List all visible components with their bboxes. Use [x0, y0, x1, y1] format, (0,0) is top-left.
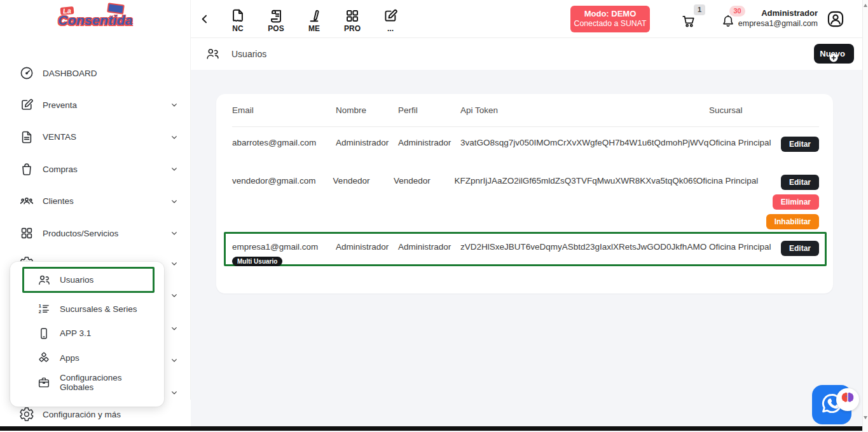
cell-perfil: Administrador: [398, 136, 460, 150]
cell-perfil: Administrador: [398, 240, 460, 254]
column-header-perfil: Perfil: [398, 105, 460, 115]
topnav-label: NC: [232, 24, 243, 33]
scroll-up-arrow[interactable]: [864, 4, 867, 7]
sidebar-item-preventa[interactable]: Preventa: [0, 89, 191, 121]
cell-nombre: Vendedor: [333, 174, 394, 188]
table-header-row: EmailNombrePerfilApi TokenSucursal: [232, 94, 819, 127]
horizontal-scrollbar[interactable]: [0, 426, 862, 431]
page-title: Usuarios: [231, 38, 266, 70]
sidebar-item-clientes[interactable]: Clientes: [0, 186, 191, 217]
briefcase-icon: [37, 375, 51, 389]
user-info[interactable]: Administrador empresa1@gmail.com: [738, 8, 818, 29]
sidebar-item-label: Configuración y más: [43, 410, 121, 419]
mode-badge-line2: Conectado a SUNAT: [570, 19, 650, 28]
table-row: vendedor@gmail.comVendedorVendedorKFZpnr…: [232, 165, 819, 229]
row-actions: Editar: [781, 240, 819, 256]
svg-text:2: 2: [39, 309, 41, 315]
cell-sucursal: Oficina Principal: [709, 240, 781, 254]
topnav: NCPOSMEPRO...: [219, 3, 410, 33]
demo-mode-badge[interactable]: Modo: DEMO Conectado a SUNAT: [570, 6, 650, 32]
editar-button[interactable]: Editar: [781, 137, 819, 152]
topnav-label: ME: [308, 24, 320, 33]
nuevo-button[interactable]: Nuevo: [814, 44, 854, 64]
topnav-pro[interactable]: PRO: [333, 3, 371, 33]
cell-token: 3vatGO8sqg7jv050IMOmCrXvXWgfeQH7b4W1u6tQ…: [460, 136, 709, 150]
edit-icon: [382, 8, 399, 24]
collapse-sidebar-button[interactable]: [198, 12, 211, 26]
users-table-card: EmailNombrePerfilApi TokenSucursal abarr…: [216, 94, 833, 294]
submenu-item-sucursales-series[interactable]: 12Sucursales & Series: [10, 297, 164, 321]
app-root: La Consentida DASHBOARDPreventaVENTASCom…: [0, 0, 868, 432]
table-row: abarrotes@gmail.comAdministradorAdminist…: [232, 127, 819, 165]
sidebar-item-label: Preventa: [43, 100, 169, 110]
cell-perfil: Vendedor: [394, 174, 454, 188]
sidebar-item-label: DASHBOARD: [43, 69, 179, 78]
sidebar-item-ventas[interactable]: VENTAS: [0, 121, 191, 153]
submenu-item-label: Sucursales & Series: [60, 304, 137, 314]
submenu-item-apps[interactable]: Apps: [10, 346, 164, 370]
email-value: empresa1@gmail.com: [232, 240, 331, 254]
cell-nombre: Administrador: [336, 136, 398, 150]
dashboard-icon: [19, 65, 34, 81]
sidebar-item-dashboard[interactable]: DASHBOARD: [0, 57, 191, 89]
submenu-popup: Usuarios12Sucursales & SeriesAPP 3.1Apps…: [10, 262, 164, 407]
sidebar-item-label: Clientes: [43, 196, 169, 206]
scroll-down-arrow[interactable]: [864, 416, 867, 419]
chevron-down-icon: [169, 388, 179, 398]
cell-nombre: Administrador: [336, 240, 398, 254]
cart-icon[interactable]: [680, 13, 697, 29]
users-icon: [205, 46, 220, 62]
topnav-me[interactable]: ME: [295, 3, 333, 33]
submenu-item-app-3-1[interactable]: APP 3.1: [10, 321, 164, 346]
submenu-item-configuraciones-globales[interactable]: Configuraciones Globales: [10, 370, 164, 395]
people-icon: [19, 194, 34, 209]
chevron-down-icon: [169, 228, 179, 238]
cell-sucursal: Oficina Principal: [709, 136, 781, 150]
vertical-scrollbar[interactable]: [862, 0, 868, 432]
avatar-icon[interactable]: [825, 9, 846, 29]
page-header: Usuarios Nuevo: [191, 38, 862, 70]
table-row: empresa1@gmail.comMulti UsuarioAdministr…: [224, 232, 827, 266]
cell-email: empresa1@gmail.comMulti Usuario: [232, 240, 336, 267]
submenu-item-usuarios[interactable]: Usuarios: [22, 267, 155, 293]
mode-badge-line1: Modo: DEMO: [570, 9, 650, 18]
editar-button[interactable]: Editar: [781, 241, 819, 256]
email-value: abarrotes@gmail.com: [232, 136, 331, 150]
eliminar-button[interactable]: Eliminar: [773, 194, 819, 210]
brand-logo[interactable]: La Consentida: [0, 6, 191, 39]
shopping-bag-icon: [19, 161, 34, 177]
brain-icon: [839, 390, 856, 409]
users-icon: [37, 273, 51, 287]
edit-icon: [19, 97, 34, 112]
chevron-down-icon: [169, 290, 179, 300]
note-icon: [230, 8, 246, 24]
sidebar-item-label: Compras: [43, 165, 169, 174]
sidebar-item-compras[interactable]: Compras: [0, 153, 191, 185]
editar-button[interactable]: Editar: [781, 175, 819, 190]
topnav-more[interactable]: ...: [371, 3, 410, 33]
row-actions: EditarEliminarInhabilitar: [766, 174, 819, 229]
cart-count-badge: 1: [694, 4, 705, 15]
user-role: Administrador: [738, 8, 818, 18]
cell-sucursal: Oficina Principal: [696, 174, 766, 188]
topnav-pos[interactable]: POS: [257, 3, 295, 33]
topnav-label: PRO: [344, 24, 361, 33]
pen-icon: [306, 8, 322, 24]
topnav-nc[interactable]: NC: [219, 3, 257, 33]
assistant-brain-button[interactable]: [836, 388, 859, 411]
column-header-nombre: Nombre: [336, 105, 398, 115]
cell-email: vendedor@gmail.com: [232, 174, 333, 188]
brand-prefix: La: [60, 6, 74, 15]
receipt-icon: [268, 8, 284, 24]
plus-circle-icon: [828, 52, 839, 64]
submenu-item-label: Configuraciones Globales: [60, 373, 156, 392]
topnav-label: POS: [268, 24, 284, 33]
sidebar-item-productos-servicios[interactable]: Productos/Servicios: [0, 217, 191, 249]
chevron-down-icon: [169, 196, 179, 206]
column-header-email: Email: [232, 105, 336, 115]
cell-email: abarrotes@gmail.com: [232, 136, 336, 150]
document-icon: [19, 130, 34, 145]
chevron-down-icon: [169, 132, 179, 142]
topbar: NCPOSMEPRO... Modo: DEMO Conectado a SUN…: [191, 0, 862, 38]
inhabilitar-button[interactable]: Inhabilitar: [766, 214, 819, 229]
